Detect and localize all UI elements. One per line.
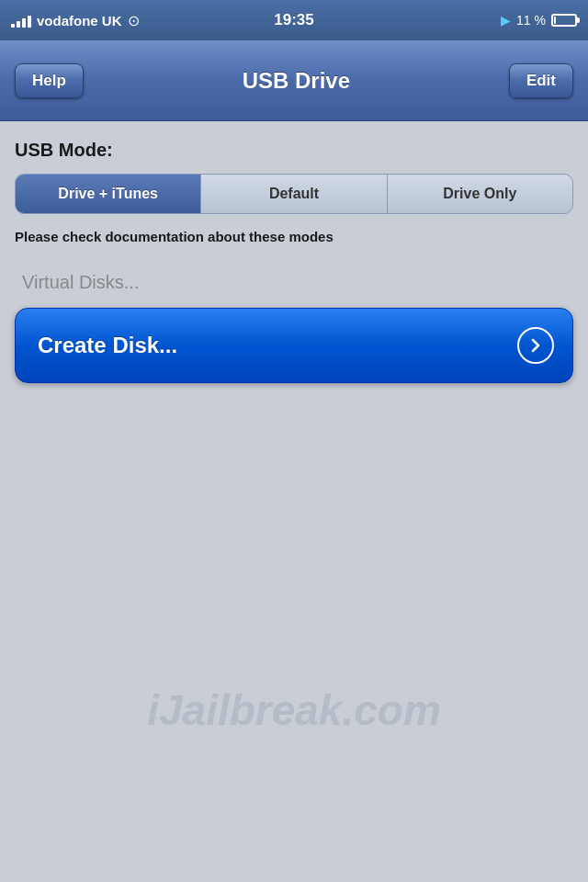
- nav-bar: Help USB Drive Edit: [0, 40, 588, 121]
- nav-title: USB Drive: [243, 68, 350, 94]
- segment-drive-only[interactable]: Drive Only: [388, 175, 572, 213]
- create-disk-label: Create Disk...: [38, 333, 177, 358]
- virtual-disks-label: Virtual Disks...: [15, 272, 573, 293]
- carrier-label: vodafone UK: [37, 13, 122, 28]
- battery-percent: 11 %: [516, 13, 546, 28]
- signal-bars-icon: [11, 13, 31, 28]
- usb-mode-segmented-control: Drive + iTunes Default Drive Only: [15, 174, 573, 214]
- segment-default[interactable]: Default: [201, 175, 387, 213]
- chevron-right-icon: [517, 327, 554, 364]
- segment-drive-itunes[interactable]: Drive + iTunes: [16, 175, 201, 213]
- help-button[interactable]: Help: [15, 63, 84, 98]
- battery-fill: [554, 17, 556, 24]
- usb-mode-label: USB Mode:: [15, 140, 573, 161]
- edit-button[interactable]: Edit: [509, 63, 573, 98]
- status-left: vodafone UK ⊙: [11, 12, 140, 29]
- battery-icon: [551, 14, 577, 27]
- wifi-icon: ⊙: [128, 12, 140, 29]
- status-right: ▶ 11 %: [501, 13, 577, 28]
- help-text: Please check documentation about these m…: [15, 229, 573, 244]
- watermark: iJailbreak.com: [147, 685, 441, 735]
- main-content: USB Mode: Drive + iTunes Default Drive O…: [0, 121, 588, 401]
- status-time: 19:35: [274, 11, 313, 29]
- create-disk-button[interactable]: Create Disk...: [15, 308, 573, 383]
- status-bar: vodafone UK ⊙ 19:35 ▶ 11 %: [0, 0, 588, 40]
- location-icon: ▶: [501, 13, 511, 28]
